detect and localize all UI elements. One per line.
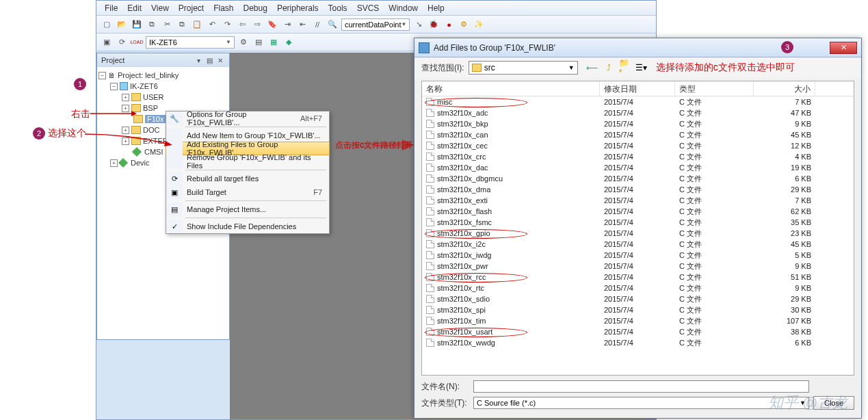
file-row[interactable]: stm32f10x_dbgmcu2015/7/4C 文件6 KB: [422, 173, 854, 184]
tree-group-label[interactable]: EXTER: [143, 137, 168, 145]
target-combo[interactable]: IK-ZET6▼: [146, 36, 235, 49]
col-type[interactable]: 类型: [675, 81, 754, 96]
file-row[interactable]: stm32f10x_cec2015/7/4C 文件12 KB: [422, 140, 854, 151]
expander-icon[interactable]: +: [122, 105, 129, 112]
outdent-icon[interactable]: ⇤: [296, 18, 308, 31]
up-icon[interactable]: ⤴: [603, 62, 615, 74]
manage-icon[interactable]: ▤: [252, 36, 265, 49]
file-row[interactable]: stm32f10x_dma2015/7/4C 文件29 KB: [422, 184, 854, 195]
menu-flash[interactable]: Flash: [213, 3, 233, 13]
file-row[interactable]: stm32f10x_iwdg2015/7/4C 文件5 KB: [422, 250, 854, 261]
ctx-item[interactable]: ⟳Rebuild all target files: [166, 172, 329, 185]
menu-project[interactable]: Project: [179, 3, 204, 13]
save-icon[interactable]: 💾: [131, 18, 143, 31]
tree-group-label[interactable]: BSP: [143, 104, 158, 112]
wand-icon[interactable]: ✨: [473, 18, 485, 31]
back-icon[interactable]: ⟵: [586, 62, 599, 74]
file-row[interactable]: stm32f10x_pwr2015/7/4C 文件9 KB: [422, 261, 854, 272]
dialog-titlebar[interactable]: Add Files to Group 'F10x_FWLIB' ✕: [415, 38, 861, 57]
file-row[interactable]: stm32f10x_spi2015/7/4C 文件30 KB: [422, 304, 854, 315]
menu-view[interactable]: View: [151, 3, 169, 13]
paste-icon[interactable]: 📋: [191, 18, 203, 31]
cut-icon[interactable]: ✂: [161, 18, 173, 31]
bookmark-icon[interactable]: 🔖: [266, 18, 278, 31]
col-size[interactable]: 大小: [754, 81, 815, 96]
tree-group-label[interactable]: USER: [143, 93, 164, 101]
menu-edit[interactable]: Edit: [127, 3, 142, 13]
file-row[interactable]: stm32f10x_wwdg2015/7/4C 文件6 KB: [422, 337, 854, 348]
tree-group-label[interactable]: DOC: [143, 126, 159, 134]
expander-icon[interactable]: −: [110, 83, 118, 90]
menu-file[interactable]: File: [105, 3, 118, 13]
tree-group-f10x[interactable]: F10x: [145, 115, 166, 123]
file-row[interactable]: stm32f10x_usart2015/7/4C 文件38 KB: [422, 326, 854, 337]
file-list-body[interactable]: misc2015/7/4C 文件7 KBstm32f10x_adc2015/7/…: [422, 96, 854, 375]
ctx-item[interactable]: ▣Build TargetF7: [166, 185, 329, 199]
file-row[interactable]: stm32f10x_rcc2015/7/4C 文件51 KB: [422, 272, 854, 283]
ctx-item[interactable]: 🔧Options for Group 'F10x_FWLIB'...Alt+F7: [166, 111, 329, 125]
menu-svcs[interactable]: SVCS: [357, 3, 380, 13]
nav-back-icon[interactable]: ⇦: [236, 18, 248, 31]
col-date[interactable]: 修改日期: [600, 81, 675, 96]
file-row[interactable]: stm32f10x_rtc2015/7/4C 文件9 KB: [422, 283, 854, 293]
find-next-icon[interactable]: ↘: [412, 18, 425, 31]
ctx-item[interactable]: ▤Manage Project Items...: [166, 202, 329, 216]
file-row[interactable]: stm32f10x_dac2015/7/4C 文件19 KB: [422, 162, 854, 173]
diamond-icon[interactable]: ◆: [282, 36, 295, 49]
expander-icon[interactable]: +: [122, 94, 129, 101]
find-icon[interactable]: 🔍: [326, 18, 339, 31]
file-row[interactable]: stm32f10x_tim2015/7/4C 文件107 KB: [422, 315, 854, 326]
newfolder-icon[interactable]: 📁*: [619, 62, 631, 74]
indent-icon[interactable]: ⇥: [281, 18, 293, 31]
lookin-dropdown[interactable]: src ▼: [469, 61, 578, 75]
viewmode-icon[interactable]: ☰▾: [635, 62, 648, 74]
file-row[interactable]: stm32f10x_bkp2015/7/4C 文件9 KB: [422, 118, 854, 129]
expander-icon[interactable]: −: [98, 72, 106, 79]
file-list[interactable]: 名称 修改日期 类型 大小 misc2015/7/4C 文件7 KBstm32f…: [421, 81, 854, 376]
rebuild-icon[interactable]: ⟳: [116, 36, 128, 49]
debug-icon[interactable]: 🐞: [428, 18, 440, 31]
expander-icon[interactable]: +: [110, 159, 118, 167]
dialog-close-button[interactable]: ✕: [830, 42, 857, 54]
new-icon[interactable]: ▢: [101, 18, 113, 31]
ctx-item[interactable]: ✓Show Include File Dependencies: [166, 220, 329, 233]
expander-icon[interactable]: +: [122, 137, 129, 145]
file-list-header[interactable]: 名称 修改日期 类型 大小: [422, 81, 854, 96]
file-row[interactable]: stm32f10x_exti2015/7/4C 文件7 KB: [422, 195, 854, 206]
menu-debug[interactable]: Debug: [244, 3, 267, 13]
panel-close-icon[interactable]: ✕: [215, 55, 225, 65]
tree-group-label[interactable]: CMSI: [144, 148, 163, 156]
copy-icon[interactable]: ⧉: [176, 18, 188, 31]
ctx-item[interactable]: Remove Group 'F10x_FWLIB' and its Files: [166, 155, 329, 168]
options-icon[interactable]: ⚙: [237, 36, 250, 49]
comment-icon[interactable]: //: [311, 18, 324, 31]
find-combo[interactable]: currentDataPoint▼: [341, 18, 410, 31]
file-row[interactable]: stm32f10x_sdio2015/7/4C 文件29 KB: [422, 293, 854, 304]
open-icon[interactable]: 📂: [116, 18, 128, 31]
col-name[interactable]: 名称: [422, 81, 600, 96]
blocks-icon[interactable]: ▦: [267, 36, 280, 49]
file-row[interactable]: stm32f10x_gpio2015/7/4C 文件23 KB: [422, 228, 854, 239]
load-icon[interactable]: LOAD: [131, 36, 143, 49]
menu-peripherals[interactable]: Peripherals: [277, 3, 319, 13]
saveall-icon[interactable]: ⧉: [146, 18, 158, 31]
menu-window[interactable]: Window: [389, 3, 418, 13]
file-row[interactable]: misc2015/7/4C 文件7 KB: [422, 96, 854, 107]
nav-fwd-icon[interactable]: ⇨: [251, 18, 263, 31]
filename-input[interactable]: [473, 380, 809, 393]
file-row[interactable]: stm32f10x_crc2015/7/4C 文件4 KB: [422, 151, 854, 162]
menu-tools[interactable]: Tools: [328, 3, 347, 13]
pin-icon[interactable]: ▾: [194, 55, 203, 65]
panel-menu-icon[interactable]: ▤: [205, 55, 214, 65]
menu-help[interactable]: Help: [428, 3, 445, 13]
redo-icon[interactable]: ↷: [221, 18, 233, 31]
file-row[interactable]: stm32f10x_i2c2015/7/4C 文件45 KB: [422, 239, 854, 250]
file-row[interactable]: stm32f10x_fsmc2015/7/4C 文件35 KB: [422, 217, 854, 228]
file-row[interactable]: stm32f10x_can2015/7/4C 文件45 KB: [422, 129, 854, 140]
config-icon[interactable]: ⚙: [458, 18, 470, 31]
tree-group-label[interactable]: Devic: [131, 159, 150, 167]
expander-icon[interactable]: +: [122, 127, 129, 134]
file-row[interactable]: stm32f10x_flash2015/7/4C 文件62 KB: [422, 206, 854, 217]
close-button[interactable]: Close: [813, 396, 854, 410]
file-row[interactable]: stm32f10x_adc2015/7/4C 文件47 KB: [422, 107, 854, 118]
